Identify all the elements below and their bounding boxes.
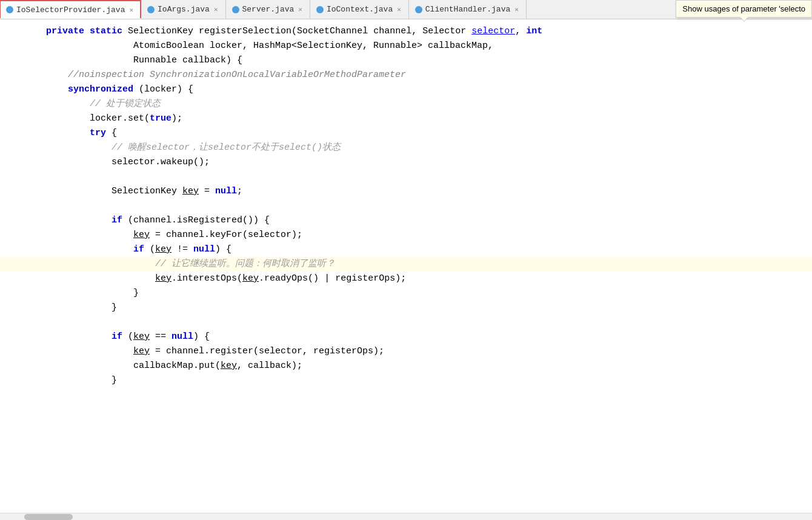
code-line: Runnable callback) { xyxy=(0,53,812,68)
code-line: //noinspection SynchronizationOnLocalVar… xyxy=(0,68,812,82)
tab-label: IoSelectorProvider.java xyxy=(16,5,125,15)
code-line: key = channel.register(selector, registe… xyxy=(0,344,812,359)
tab-clienthandler[interactable]: ClientHandler.java ✕ xyxy=(409,0,527,19)
code-line xyxy=(0,315,812,330)
tab-label: Server.java xyxy=(242,5,295,14)
scrollbar-thumb[interactable] xyxy=(24,514,73,520)
code-line-highlighted: // 让它继续监听。问题：何时取消了监听？ xyxy=(0,257,812,272)
tab-label: ClientHandler.java xyxy=(425,5,510,14)
horizontal-scrollbar[interactable] xyxy=(0,513,812,520)
code-line xyxy=(0,170,812,184)
code-line: AtomicBoolean locker, HashMap<SelectionK… xyxy=(0,39,812,53)
tab-server[interactable]: Server.java ✕ xyxy=(226,0,310,19)
tab-ioselectorprovider[interactable]: IoSelectorProvider.java ✕ xyxy=(0,0,141,19)
tab-close-button[interactable]: ✕ xyxy=(128,5,135,15)
code-line: SelectionKey key = null; xyxy=(0,184,812,199)
tab-iocontext[interactable]: IoContext.java ✕ xyxy=(310,0,409,19)
tab-close-button[interactable]: ✕ xyxy=(513,5,520,14)
tooltip-text: Show usages of parameter 'selecto xyxy=(682,4,805,13)
code-line: } xyxy=(0,373,812,388)
tab-close-button[interactable]: ✕ xyxy=(297,5,304,14)
code-line: if (key == null) { xyxy=(0,330,812,344)
file-icon xyxy=(147,6,155,13)
code-line: } xyxy=(0,301,812,315)
code-line: } xyxy=(0,286,812,301)
code-line: synchronized (locker) { xyxy=(0,82,812,97)
code-line: private static SelectionKey registerSele… xyxy=(0,24,812,39)
file-icon xyxy=(415,6,422,13)
code-line: // 处于锁定状态 xyxy=(0,97,812,112)
code-line: if (channel.isRegistered()) { xyxy=(0,213,812,228)
code-line: selector.wakeup(); xyxy=(0,155,812,170)
code-area[interactable]: private static SelectionKey registerSele… xyxy=(0,19,812,520)
tab-label: IoContext.java xyxy=(327,5,393,14)
code-line: if (key != null) { xyxy=(0,242,812,257)
code-line: key = channel.keyFor(selector); xyxy=(0,228,812,242)
file-icon xyxy=(232,6,239,13)
code-line: locker.set(true); xyxy=(0,112,812,126)
code-line: callbackMap.put(key, callback); xyxy=(0,359,812,373)
tab-label: IoArgs.java xyxy=(158,5,210,14)
code-line: // 唤醒selector，让selector不处于select()状态 xyxy=(0,141,812,155)
code-line: try { xyxy=(0,126,812,141)
code-line xyxy=(0,199,812,213)
tab-close-button[interactable]: ✕ xyxy=(396,5,402,14)
tab-ioargs[interactable]: IoArgs.java ✕ xyxy=(141,0,225,19)
file-icon xyxy=(316,6,324,13)
tab-bar: IoSelectorProvider.java ✕ IoArgs.java ✕ … xyxy=(0,0,812,19)
tab-close-button[interactable]: ✕ xyxy=(213,5,219,14)
file-icon xyxy=(6,6,13,13)
tooltip: Show usages of parameter 'selecto xyxy=(676,0,812,18)
code-line: key.interestOps(key.readyOps() | registe… xyxy=(0,272,812,286)
